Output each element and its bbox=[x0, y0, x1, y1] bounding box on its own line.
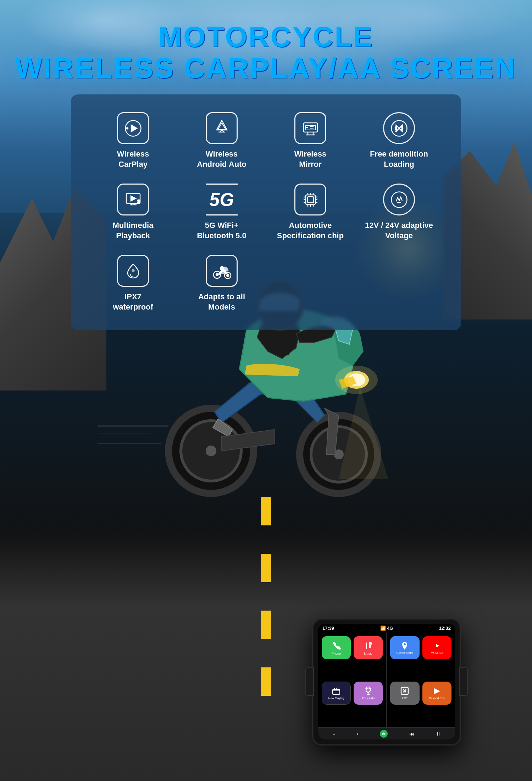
feature-android-auto: WirelessAndroid Auto bbox=[181, 112, 262, 169]
svg-point-56 bbox=[216, 274, 218, 276]
title-section: MOTORCYCLE WIRELESS CARPLAY/AA SCREEN bbox=[15, 0, 517, 84]
carplay-left: Phone Music Now Playing Po bbox=[318, 633, 387, 727]
android-auto-label: WirelessAndroid Auto bbox=[197, 149, 246, 169]
beyond-label: Beyond Pod bbox=[429, 697, 445, 700]
feature-multimedia: MultimediaPlayback bbox=[92, 184, 174, 241]
5g-label: 5G WiFi+Bluetooth 5.0 bbox=[197, 220, 246, 241]
app-phone[interactable]: Phone bbox=[322, 636, 351, 659]
status-bar: 17:39 📶 4G 12:32 bbox=[318, 624, 455, 633]
carplay-right: Google Maps YT Music Exit bbox=[387, 633, 455, 727]
app-phone-label: Phone bbox=[332, 652, 341, 655]
main-title-line2: WIRELESS CARPLAY/AA SCREEN bbox=[15, 53, 517, 84]
motorcycle-icon bbox=[206, 255, 238, 287]
svg-point-68 bbox=[404, 643, 406, 645]
svg-rect-37 bbox=[138, 202, 140, 203]
app-beyond[interactable]: Beyond Pod bbox=[422, 682, 452, 705]
feature-voltage: 12V / 24V adaptiveVoltage bbox=[358, 184, 440, 241]
pause-icon[interactable]: ⏸ bbox=[436, 731, 441, 737]
app-music-label: Music bbox=[364, 652, 372, 655]
svg-rect-36 bbox=[138, 200, 140, 201]
multimedia-icon bbox=[117, 184, 149, 215]
feature-wireless-carplay: WirelessCarPlay bbox=[92, 112, 174, 169]
all-models-label: Adapts to allModels bbox=[198, 292, 245, 312]
gmaps-label: Google Maps bbox=[396, 651, 413, 654]
svg-marker-14 bbox=[131, 125, 137, 132]
svg-point-65 bbox=[366, 688, 370, 692]
carplay-icon bbox=[117, 112, 149, 144]
now-playing-label: Now Playing bbox=[328, 697, 344, 700]
chip-icon bbox=[294, 184, 326, 215]
device-screen: 17:39 📶 4G 12:32 Phone Music bbox=[318, 624, 455, 739]
ytmusic-label: YT Music bbox=[431, 651, 443, 655]
main-title-line1: MOTORCYCLE bbox=[15, 21, 517, 53]
mount-right bbox=[459, 667, 468, 696]
feature-5g: 5G 5G WiFi+Bluetooth 5.0 bbox=[181, 184, 262, 241]
svg-point-58 bbox=[227, 274, 229, 277]
waterproof-label: IPX7waterproof bbox=[113, 292, 153, 312]
android-auto-icon bbox=[206, 112, 238, 144]
back-icon[interactable]: ‹ bbox=[357, 731, 359, 737]
signal-status: 📶 4G bbox=[380, 626, 393, 631]
app-music[interactable]: Music bbox=[354, 636, 383, 659]
svg-rect-39 bbox=[307, 197, 314, 203]
feature-wireless-mirror: WirelessMirror bbox=[270, 112, 351, 169]
mirror-label: WirelessMirror bbox=[294, 149, 326, 169]
voltage-icon bbox=[383, 184, 415, 215]
menu-icon[interactable]: ≡ bbox=[332, 731, 335, 737]
feature-all-models: Adapts to allModels bbox=[181, 255, 262, 312]
app-now-playing[interactable]: Now Playing bbox=[322, 682, 351, 705]
device-outer: 17:39 📶 4G 12:32 Phone Music bbox=[312, 618, 461, 746]
time-left: 17:39 bbox=[322, 626, 334, 631]
feature-waterproof: IPX7waterproof bbox=[92, 255, 174, 312]
features-grid: WirelessCarPlay WirelessAndroid Auto Wir… bbox=[92, 112, 440, 312]
chip-label: AutomotiveSpecification chip bbox=[277, 220, 344, 241]
app-ytmusic[interactable]: YT Music bbox=[422, 636, 452, 659]
exit-label: Exit bbox=[402, 696, 408, 700]
svg-point-54 bbox=[132, 269, 134, 272]
voltage-label: 12V / 24V adaptiveVoltage bbox=[365, 220, 433, 241]
mirror-icon bbox=[294, 112, 326, 144]
podcasts-label: Podcasts bbox=[361, 697, 375, 700]
mount-left bbox=[305, 667, 314, 696]
svg-point-59 bbox=[220, 267, 224, 270]
multimedia-label: MultimediaPlayback bbox=[113, 220, 154, 241]
time-right: 12:32 bbox=[439, 626, 451, 631]
app-gmaps[interactable]: Google Maps bbox=[390, 636, 420, 659]
svg-point-2 bbox=[206, 446, 216, 456]
spotify-icon[interactable] bbox=[380, 730, 388, 738]
app-exit[interactable]: Exit bbox=[390, 682, 420, 705]
tools-icon bbox=[383, 112, 415, 144]
app-area: Phone Music Now Playing Po bbox=[318, 633, 455, 727]
app-podcasts[interactable]: Podcasts bbox=[354, 682, 383, 705]
svg-marker-32 bbox=[131, 196, 136, 201]
svg-point-16 bbox=[127, 127, 128, 129]
feature-free-demolition: Free demolitionLoading bbox=[358, 112, 440, 169]
device-section: 17:39 📶 4G 12:32 Phone Music bbox=[312, 618, 461, 746]
carplay-label: WirelessCarPlay bbox=[117, 149, 149, 169]
bottom-bar: ≡ ‹ ⏮ ⏸ bbox=[318, 727, 455, 739]
svg-rect-60 bbox=[333, 689, 340, 694]
prev-icon[interactable]: ⏮ bbox=[409, 731, 414, 737]
demolition-label: Free demolitionLoading bbox=[370, 149, 428, 169]
feature-chip: AutomotiveSpecification chip bbox=[270, 184, 351, 241]
main-content: MOTORCYCLE WIRELESS CARPLAY/AA SCREEN Wi… bbox=[0, 0, 532, 330]
waterproof-icon bbox=[117, 255, 149, 287]
5g-icon: 5G bbox=[206, 184, 238, 215]
features-panel: WirelessCarPlay WirelessAndroid Auto Wir… bbox=[71, 94, 461, 330]
